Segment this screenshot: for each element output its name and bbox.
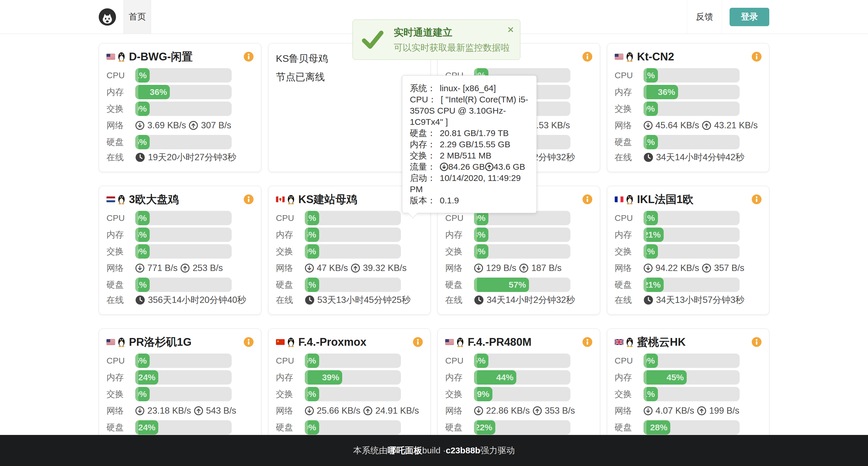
nav-feedback[interactable]: 反馈 xyxy=(687,0,722,34)
tooltip-label: CPU： xyxy=(410,95,437,104)
tab-home-label: 首页 xyxy=(129,11,146,23)
cpu-percent: 0% xyxy=(644,356,655,366)
linux-tux-icon xyxy=(287,337,295,347)
disk-row: 硬盘 21% xyxy=(615,277,762,292)
clock-icon xyxy=(644,153,653,162)
upload-speed: 187 B/s xyxy=(531,263,561,273)
info-icon[interactable] xyxy=(752,195,762,204)
clock-icon xyxy=(644,295,653,305)
upload-speed: 39.32 KB/s xyxy=(363,263,407,273)
download-arrow-icon xyxy=(440,162,448,171)
tooltip-value: linux- [x86_64] xyxy=(440,84,496,93)
info-icon[interactable] xyxy=(413,337,423,347)
info-icon[interactable] xyxy=(752,337,762,347)
info-icon[interactable] xyxy=(583,52,592,62)
uptime-row: 在线 19天20小时27分钟3秒 xyxy=(106,152,253,163)
close-icon[interactable]: ✕ xyxy=(507,26,514,34)
tab-home[interactable]: 首页 xyxy=(123,0,151,34)
cpu-label: CPU xyxy=(276,356,305,366)
network-label: 网络 xyxy=(106,120,135,131)
network-speeds: 3.69 KB/s 307 B/s xyxy=(135,120,231,131)
server-card: IKL法国1欧 CPU 1% 内存 21% 交换 1% 网络 94.22 KB xyxy=(607,186,770,315)
disk-percent: 21% xyxy=(644,280,661,290)
download-speed: 94.22 KB/s xyxy=(656,263,699,273)
info-icon[interactable] xyxy=(244,195,253,204)
server-title: 蜜桃云HK xyxy=(637,335,752,350)
network-row: 网络 47 KB/s 39.32 KB/s xyxy=(276,261,423,275)
disk-bar: 57% xyxy=(474,277,570,292)
swap-row: 交换 0% xyxy=(276,244,423,259)
uptime-value-wrap: 34天14小时2分钟32秒 xyxy=(474,294,575,306)
mem-percent: 45% xyxy=(666,372,684,382)
disk-percent: 15% xyxy=(135,137,147,147)
network-row: 网络 4.07 KB/s 199 B/s xyxy=(615,404,762,418)
info-icon[interactable] xyxy=(244,337,253,347)
disk-label: 硬盘 xyxy=(276,422,305,433)
disk-bar: 1% xyxy=(305,277,401,292)
tooltip-row: 启动：10/14/2020, 11:49:29 PM xyxy=(410,172,529,195)
download-arrow-icon xyxy=(135,264,145,273)
disk-label: 硬盘 xyxy=(445,422,474,433)
uptime-row: 在线 34天14小时4分钟42秒 xyxy=(615,152,762,163)
info-icon[interactable] xyxy=(583,337,592,347)
upload-arrow-icon xyxy=(702,121,711,130)
cpu-percent: 1% xyxy=(135,70,147,80)
card-header: 3欧大盘鸡 xyxy=(106,193,253,206)
card-header: Kt-CN2 xyxy=(615,51,762,63)
nezha-panel-link[interactable]: 哪吒面板 xyxy=(388,445,422,457)
mem-bar: 44% xyxy=(474,370,570,385)
info-icon[interactable] xyxy=(583,195,592,204)
disk-percent: 57% xyxy=(509,280,526,290)
download-speed: 3.69 KB/s xyxy=(147,120,186,131)
network-label: 网络 xyxy=(615,405,644,417)
disk-label: 硬盘 xyxy=(445,279,474,291)
tooltip-label: 硬盘： xyxy=(410,128,436,138)
disk-row: 硬盘 11% xyxy=(615,135,762,149)
toast-body: 实时通道建立 可以实时获取最新监控数据啦 xyxy=(394,26,510,54)
footer-text-suffix: 强力驱动 xyxy=(480,445,515,457)
info-icon[interactable] xyxy=(244,52,253,62)
toast-title: 实时通道建立 xyxy=(394,26,510,39)
footer-text-prefix: 本系统由 xyxy=(353,445,388,457)
uptime-value-wrap: 34天14小时4分钟42秒 xyxy=(644,151,745,163)
mem-percent: 39% xyxy=(322,372,339,382)
tooltip-traffic-row: 流量：84.26 GB43.6 GB xyxy=(410,161,529,172)
swap-percent: 0% xyxy=(305,246,316,256)
swap-label: 交换 xyxy=(276,246,305,258)
cpu-row: CPU 0% xyxy=(106,211,253,225)
upload-arrow-icon xyxy=(702,264,711,273)
network-speeds: 47 KB/s 39.32 KB/s xyxy=(305,263,407,273)
uptime-row: 在线 34天14小时2分钟32秒 xyxy=(445,294,592,306)
info-icon[interactable] xyxy=(752,52,762,62)
network-label: 网络 xyxy=(615,120,644,131)
build-commit-link[interactable]: c23b88b xyxy=(446,445,480,455)
uptime-value: 34天14小时2分钟32秒 xyxy=(487,294,575,306)
network-label: 网络 xyxy=(106,262,135,274)
mem-label: 内存 xyxy=(276,372,305,384)
download-speed: 129 B/s xyxy=(486,263,516,273)
card-header: F.4.-Proxmox xyxy=(276,336,423,348)
disk-percent: 1% xyxy=(305,280,316,290)
login-button[interactable]: 登录 xyxy=(730,8,769,26)
cpu-label: CPU xyxy=(445,356,474,366)
cpu-label: CPU xyxy=(106,70,135,80)
site-logo[interactable] xyxy=(99,8,116,26)
mem-row: 内存 36% xyxy=(106,85,253,99)
tooltip-value: 0.1.9 xyxy=(440,196,459,205)
linux-tux-icon xyxy=(117,194,125,204)
mem-row: 内存 24% xyxy=(106,370,253,385)
cpu-bar: 1% xyxy=(644,68,740,82)
tooltip-label: 交换： xyxy=(410,151,436,160)
cpu-bar: 1% xyxy=(135,68,232,82)
network-speeds: 22.86 KB/s 353 B/s xyxy=(474,406,575,416)
server-title: Kt-CN2 xyxy=(637,51,752,63)
disk-label: 硬盘 xyxy=(615,279,644,291)
disk-percent: 28% xyxy=(650,423,668,432)
uptime-value-wrap: 34天13小时57分钟3秒 xyxy=(644,294,745,306)
upload-speed: 24.91 KB/s xyxy=(375,406,419,416)
swap-percent: 0% xyxy=(135,389,147,399)
swap-row: 交换 0% xyxy=(106,244,253,259)
offline-status-text: 节点已离线 xyxy=(276,70,423,84)
network-row: 网络 3.69 KB/s 307 B/s xyxy=(106,118,253,133)
cpu-label: CPU xyxy=(276,213,305,223)
